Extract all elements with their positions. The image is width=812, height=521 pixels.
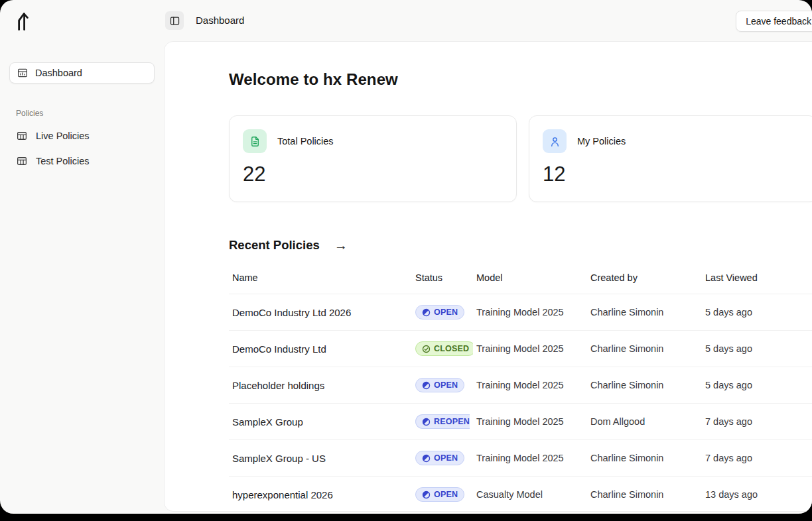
stat-card-total-policies: Total Policies 22 (229, 115, 517, 202)
user-icon (543, 129, 567, 153)
policy-model: Training Model 2025 (473, 440, 587, 477)
column-header-name: Name (229, 270, 412, 294)
page-title: Dashboard (196, 15, 244, 26)
policy-status-cell: OPEN (412, 294, 473, 331)
policy-name: DemoCo Industry Ltd 2026 (229, 294, 412, 331)
policy-last-viewed: 5 days ago (702, 367, 812, 404)
topbar: Dashboard Leave feedback (164, 0, 812, 41)
sidebar-item-label: Dashboard (35, 68, 82, 78)
status-badge: OPEN (415, 378, 464, 392)
status-label: OPEN (434, 490, 458, 499)
stat-label: Total Policies (277, 136, 334, 146)
policy-model: Training Model 2025 (473, 294, 587, 331)
arrow-right-icon[interactable]: → (334, 239, 348, 252)
stats-row: Total Policies 22 My Policies (229, 115, 812, 202)
column-header-model: Model (473, 270, 587, 294)
policy-name: DemoCo Industry Ltd (229, 331, 412, 367)
column-header-status: Status (412, 270, 473, 294)
policy-created-by: Dom Allgood (587, 404, 702, 440)
status-label: CLOSED (434, 344, 469, 353)
sidebar-section-policies: Policies (16, 109, 155, 118)
policy-status-cell: REOPEN (412, 404, 473, 440)
policy-model: Casualty Model (473, 477, 587, 512)
panel-left-icon (169, 15, 180, 27)
status-label: REOPEN (434, 417, 470, 426)
status-label: OPEN (434, 453, 458, 463)
table-row[interactable]: DemoCo Industry Ltd CLOSED Training Mode… (229, 331, 812, 367)
status-pie-icon (422, 454, 431, 463)
status-label: OPEN (434, 380, 458, 390)
table-icon (16, 130, 28, 142)
table-icon (16, 155, 28, 167)
document-icon (243, 129, 267, 153)
status-pie-icon (422, 381, 431, 390)
table-row[interactable]: DemoCo Industry Ltd 2026 OPEN Training M… (229, 294, 812, 331)
policy-created-by: Charline Simonin (587, 331, 702, 367)
stat-label: My Policies (577, 136, 626, 146)
table-row[interactable]: hyperexponential 2026 OPEN Casualty Mode… (229, 477, 812, 512)
column-header-created-by: Created by (587, 270, 702, 294)
policy-status-cell: OPEN (412, 477, 473, 512)
policy-created-by: Charline Simonin (587, 294, 702, 331)
sidebar-item-label: Live Policies (36, 131, 90, 141)
app-window: Dashboard Policies Live Policies Test Po… (0, 0, 812, 514)
column-header-last-viewed: Last Viewed (702, 270, 812, 294)
policy-last-viewed: 7 days ago (702, 440, 812, 477)
status-pie-icon (422, 418, 431, 426)
policy-created-by: Charline Simonin (587, 440, 702, 477)
stat-value: 12 (543, 162, 803, 186)
stat-card-my-policies: My Policies 12 (529, 115, 812, 202)
sidebar-toggle-button[interactable] (165, 11, 184, 30)
table-row[interactable]: Placeholder holdings OPEN Training Model… (229, 367, 812, 404)
status-badge: OPEN (415, 487, 464, 502)
policy-status-cell: CLOSED (412, 331, 473, 367)
sidebar-item-live-policies[interactable]: Live Policies (9, 125, 155, 147)
status-badge: CLOSED (415, 341, 473, 356)
policy-model: Training Model 2025 (473, 404, 587, 440)
table-row[interactable]: SampleX Group REOPEN Training Model 2025… (229, 404, 812, 440)
status-pie-icon (422, 308, 431, 317)
policy-status-cell: OPEN (412, 367, 473, 404)
sidebar-item-label: Test Policies (36, 156, 90, 166)
policy-last-viewed: 13 days ago (702, 477, 812, 512)
policy-name: SampleX Group - US (229, 440, 412, 477)
policy-last-viewed: 5 days ago (702, 294, 812, 331)
policy-last-viewed: 5 days ago (702, 331, 812, 367)
policy-name: Placeholder holdings (229, 367, 412, 404)
leave-feedback-button[interactable]: Leave feedback (736, 11, 812, 32)
stat-value: 22 (243, 162, 503, 186)
table-row[interactable]: SampleX Group - US OPEN Training Model 2… (229, 440, 812, 477)
policy-created-by: Charline Simonin (587, 477, 702, 512)
policy-name: SampleX Group (229, 404, 412, 440)
policy-name: hyperexponential 2026 (229, 477, 412, 512)
dashboard-icon (17, 67, 29, 79)
status-pie-icon (422, 491, 431, 499)
recent-policies-table: Name Status Model Created by Last Viewed… (229, 270, 812, 512)
recent-policies-title: Recent Policies (229, 238, 320, 253)
welcome-title: Welcome to hx Renew (229, 70, 812, 89)
policy-model: Training Model 2025 (473, 331, 587, 367)
policy-last-viewed: 7 days ago (702, 404, 812, 440)
status-label: OPEN (434, 308, 458, 317)
policy-status-cell: OPEN (412, 440, 473, 477)
content-panel: Welcome to hx Renew Total Policies (164, 41, 812, 512)
sidebar-item-test-policies[interactable]: Test Policies (9, 150, 155, 172)
hx-logo (12, 11, 34, 33)
status-check-icon (422, 345, 431, 353)
status-badge: REOPEN (415, 414, 470, 429)
status-badge: OPEN (415, 451, 464, 465)
sidebar: Dashboard Policies Live Policies Test Po… (0, 0, 164, 514)
status-badge: OPEN (415, 305, 464, 319)
policy-model: Training Model 2025 (473, 367, 587, 404)
sidebar-item-dashboard[interactable]: Dashboard (9, 62, 155, 84)
policy-created-by: Charline Simonin (587, 367, 702, 404)
